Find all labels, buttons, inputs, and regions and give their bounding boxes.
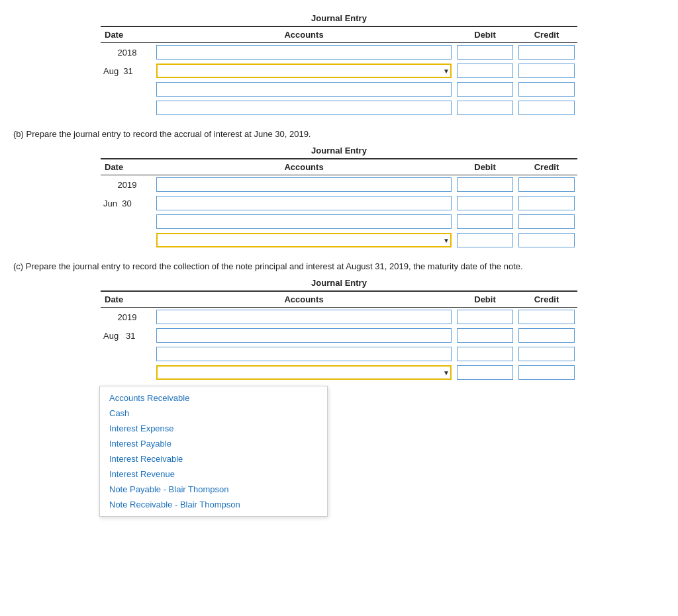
credit-cell-a3: [516, 80, 577, 99]
account-cell-b3: [154, 212, 454, 231]
account-input-a4[interactable]: [156, 101, 452, 115]
journal-wrapper-a: Journal Entry Date Accounts Debit Credit…: [101, 13, 577, 117]
account-select-c4[interactable]: Accounts Receivable Cash Interest Expens…: [156, 365, 452, 380]
credit-input-a2[interactable]: [518, 64, 575, 78]
empty-date-b4: [101, 231, 154, 249]
account-input-a3[interactable]: [156, 82, 452, 97]
table-row: Jun 30: [101, 194, 577, 212]
section-b: (b) Prepare the journal entry to record …: [13, 129, 665, 249]
account-cell-c2: [154, 326, 454, 345]
credit-input-c2[interactable]: [518, 328, 575, 343]
table-row: Aug 31 Accounts Receivable Cash Interest…: [101, 62, 577, 80]
account-cell-a3: [154, 80, 454, 99]
debit-input-c4[interactable]: [457, 365, 513, 380]
account-input-a1[interactable]: [156, 45, 452, 60]
debit-input-b1[interactable]: [457, 177, 513, 192]
header-debit-b: Debit: [454, 159, 516, 175]
year-cell-a: 2018: [101, 43, 154, 62]
account-cell-a4: [154, 99, 454, 117]
journal-wrapper-b: Journal Entry Date Accounts Debit Credit…: [101, 146, 577, 249]
list-item[interactable]: Accounts Receivable: [100, 390, 327, 406]
debit-input-b4[interactable]: [457, 233, 513, 247]
credit-cell-b1: [516, 175, 577, 195]
credit-cell-b4: [516, 231, 577, 249]
debit-input-c3[interactable]: [457, 347, 513, 361]
debit-input-c1[interactable]: [457, 310, 513, 324]
table-row: [101, 345, 577, 363]
account-cell-c1: [154, 308, 454, 327]
credit-input-c3[interactable]: [518, 347, 575, 361]
credit-input-b3[interactable]: [518, 214, 575, 229]
header-credit-c: Credit: [516, 292, 577, 308]
debit-input-c2[interactable]: [457, 328, 513, 343]
credit-input-b2[interactable]: [518, 196, 575, 210]
list-item[interactable]: Cash: [100, 406, 327, 421]
instruction-b: (b) Prepare the journal entry to record …: [13, 129, 665, 139]
credit-input-c1[interactable]: [518, 310, 575, 324]
journal-wrapper-c: Journal Entry Date Accounts Debit Credit…: [101, 278, 577, 382]
journal-title-a: Journal Entry: [101, 13, 577, 27]
debit-cell-b4: [454, 231, 516, 249]
list-item[interactable]: Interest Payable: [100, 436, 327, 451]
list-item[interactable]: Note Payable - Blair Thompson: [100, 482, 327, 497]
header-date-c: Date: [101, 292, 154, 308]
header-accounts-a: Accounts: [154, 27, 454, 43]
debit-input-a1[interactable]: [457, 45, 513, 60]
list-item[interactable]: Interest Revenue: [100, 466, 327, 482]
debit-cell-b2: [454, 194, 516, 212]
empty-date-a4: [101, 99, 154, 117]
list-item[interactable]: Note Receivable - Blair Thompson: [100, 497, 327, 512]
account-cell-c4: Accounts Receivable Cash Interest Expens…: [154, 363, 454, 382]
empty-date-b3: [101, 212, 154, 231]
debit-input-b3[interactable]: [457, 214, 513, 229]
list-item[interactable]: Interest Receivable: [100, 451, 327, 466]
debit-cell-c1: [454, 308, 516, 327]
year-cell-c: 2019: [101, 308, 154, 327]
account-input-b1[interactable]: [156, 177, 452, 192]
account-cell-b2: [154, 194, 454, 212]
account-input-c3[interactable]: [156, 347, 452, 361]
journal-table-a: Date Accounts Debit Credit 2018: [101, 27, 577, 117]
credit-cell-b2: [516, 194, 577, 212]
journal-title-b: Journal Entry: [101, 146, 577, 159]
credit-input-a4[interactable]: [518, 101, 575, 115]
account-select-b4[interactable]: Accounts Receivable Cash Interest Expens…: [156, 233, 452, 247]
list-item[interactable]: Interest Expense: [100, 421, 327, 436]
credit-cell-a1: [516, 43, 577, 62]
credit-input-a3[interactable]: [518, 82, 575, 97]
debit-cell-a1: [454, 43, 516, 62]
debit-cell-a4: [454, 99, 516, 117]
debit-input-a4[interactable]: [457, 101, 513, 115]
header-date-a: Date: [101, 27, 154, 43]
credit-input-a1[interactable]: [518, 45, 575, 60]
section-c: (c) Prepare the journal entry to record …: [13, 261, 665, 517]
debit-input-a3[interactable]: [457, 82, 513, 97]
account-cell-a2: Accounts Receivable Cash Interest Expens…: [154, 62, 454, 80]
account-cell-a1: [154, 43, 454, 62]
account-cell-b1: [154, 175, 454, 195]
account-input-b2[interactable]: [156, 196, 452, 210]
header-debit-a: Debit: [454, 27, 516, 43]
account-input-c2[interactable]: [156, 328, 452, 343]
table-row: 2019: [101, 175, 577, 195]
account-input-c1[interactable]: [156, 310, 452, 324]
account-select-a2[interactable]: Accounts Receivable Cash Interest Expens…: [156, 64, 452, 78]
debit-input-a2[interactable]: [457, 64, 513, 78]
credit-input-b4[interactable]: [518, 233, 575, 247]
table-row: Accounts Receivable Cash Interest Expens…: [101, 363, 577, 382]
account-select-wrapper-a2: Accounts Receivable Cash Interest Expens…: [156, 64, 452, 78]
account-cell-b4: Accounts Receivable Cash Interest Expens…: [154, 231, 454, 249]
account-select-wrapper-b4: Accounts Receivable Cash Interest Expens…: [156, 233, 452, 247]
debit-cell-a2: [454, 62, 516, 80]
debit-cell-c4: [454, 363, 516, 382]
credit-input-b1[interactable]: [518, 177, 575, 192]
debit-input-b2[interactable]: [457, 196, 513, 210]
credit-cell-c1: [516, 308, 577, 327]
date-cell-b2: Jun 30: [101, 194, 154, 212]
credit-cell-c4: [516, 363, 577, 382]
header-credit-b: Credit: [516, 159, 577, 175]
credit-input-c4[interactable]: [518, 365, 575, 380]
header-debit-c: Debit: [454, 292, 516, 308]
table-row: Aug 31: [101, 326, 577, 345]
account-input-b3[interactable]: [156, 214, 452, 229]
